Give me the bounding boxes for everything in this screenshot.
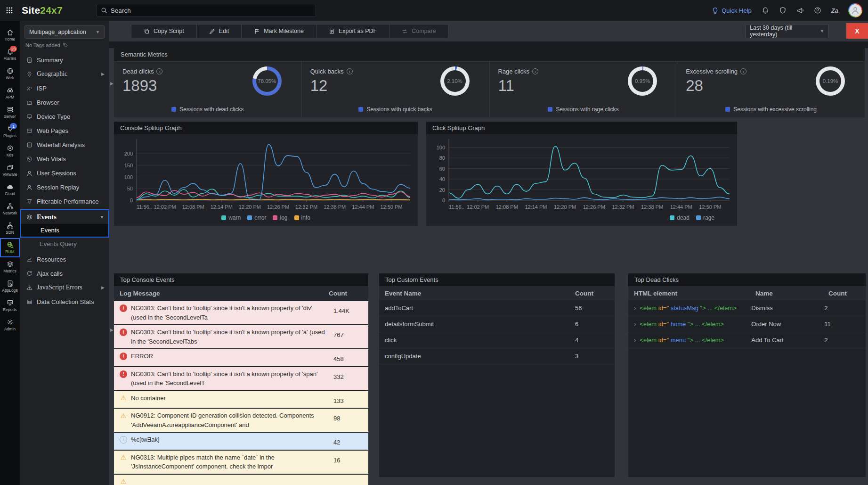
application-selector[interactable]: Multipage_application ▼ xyxy=(24,25,105,39)
user-avatar[interactable] xyxy=(848,3,862,17)
sidebar-item-user-sessions[interactable]: User Sessions xyxy=(20,166,109,180)
date-range-selector[interactable]: Last 30 days (till yesterday) ▼ xyxy=(745,24,829,38)
sidebar-item-web-vitals[interactable]: Web Vitals xyxy=(20,152,109,166)
sidebar-item-web-pages[interactable]: Web Pages xyxy=(20,123,109,138)
rail-item-vmware[interactable]: VMware xyxy=(0,161,20,180)
tags-row[interactable]: No Tags added xyxy=(25,42,109,48)
rail-item-apm[interactable]: APM xyxy=(0,83,20,103)
zoho-apps-icon[interactable]: Za xyxy=(831,7,838,14)
console-event-row[interactable]: NG0303: Can't bind to 'tooltip' since it… xyxy=(114,325,368,348)
expand-chevron-icon[interactable]: › xyxy=(634,304,636,312)
rail-item-server[interactable]: Server xyxy=(0,103,20,122)
console-event-row[interactable]: NG0912: Component ID generation collisio… xyxy=(114,409,368,432)
custom-event-row[interactable]: addToCart 56 xyxy=(379,300,615,316)
info-icon[interactable]: i xyxy=(347,68,353,74)
dead-click-row[interactable]: › <elem id=" menu "> ... </elem> Add To … xyxy=(628,332,866,348)
console-splitup-chart[interactable]: 05010015020011:56..12:02 PM12:08 PM12:14… xyxy=(114,134,418,212)
rail-item-rum[interactable]: RUM xyxy=(0,238,20,257)
info-icon[interactable]: i xyxy=(156,68,162,74)
sidebar-item-events[interactable]: Events xyxy=(21,224,108,237)
rail-item-admin[interactable]: Admin xyxy=(0,315,20,335)
rail-item-network[interactable]: Network xyxy=(0,199,20,219)
rail-item-sdn[interactable]: SDN xyxy=(0,219,20,238)
sidebar-item-filterable-performance[interactable]: Filterable Performance xyxy=(20,194,109,208)
info-icon[interactable]: i xyxy=(532,68,538,74)
panel-expand-handle[interactable]: ▶ xyxy=(110,81,114,86)
info-icon[interactable]: i xyxy=(740,68,746,74)
site24x7-logo[interactable]: Site24x7 xyxy=(22,5,63,16)
sidebar-item-javascript-errors[interactable]: JavaScript Errors▶ xyxy=(20,280,109,295)
console-event-row[interactable] xyxy=(114,475,368,485)
export-as-pdf-button[interactable]: Export as PDF xyxy=(316,25,389,38)
console-event-row[interactable]: NG0313: Multiple pipes match the name `d… xyxy=(114,451,368,474)
top-dead-clicks-panel: Top Dead Clicks HTML element Name Count … xyxy=(628,273,866,477)
donut-percent: 0.19% xyxy=(823,78,838,84)
close-button[interactable]: X xyxy=(846,23,868,39)
quick-help-button[interactable]: Quick Help xyxy=(712,7,752,14)
custom-events-header: Event Name Count xyxy=(379,286,615,300)
sidebar-item-geographic[interactable]: Geographic▶ xyxy=(20,67,109,81)
rail-item-web[interactable]: Web xyxy=(0,64,20,83)
sidebar-item-session-replay[interactable]: Session Replay xyxy=(20,180,109,194)
sidebar-item-resources[interactable]: Resources xyxy=(20,252,109,266)
rail-item-applogs[interactable]: AppLogs xyxy=(0,277,20,296)
sidebar-item-device-type[interactable]: Device Type xyxy=(20,109,109,123)
severity-icon xyxy=(120,370,127,378)
app-grid-icon[interactable] xyxy=(0,7,19,14)
log-count: 16 xyxy=(333,453,364,465)
console-event-row[interactable]: %c[twƎak] 42 xyxy=(114,433,368,450)
sidebar-item-browser[interactable]: Browser xyxy=(20,95,109,109)
copy-script-button[interactable]: Copy Script xyxy=(131,25,197,38)
shield-icon[interactable] xyxy=(779,7,787,14)
notifications-bell-icon[interactable] xyxy=(762,7,769,14)
rail-item-cloud[interactable]: Cloud xyxy=(0,180,20,199)
global-search[interactable] xyxy=(97,4,316,17)
edit-button[interactable]: Edit xyxy=(197,25,242,38)
custom-event-row[interactable]: detailsformSubmit 6 xyxy=(379,316,615,332)
apm-binoculars-icon xyxy=(7,87,14,94)
log-count: 458 xyxy=(333,352,364,364)
custom-event-row[interactable]: click 4 xyxy=(379,332,615,348)
legend-item[interactable]: info xyxy=(294,214,310,221)
legend-item[interactable]: error xyxy=(247,214,266,221)
legend-item[interactable]: warn xyxy=(221,214,241,221)
announcements-megaphone-icon[interactable] xyxy=(796,7,804,14)
mark-milestone-button[interactable]: Mark Milestone xyxy=(242,25,316,38)
sidebar-item-data-collection-stats[interactable]: Data Collection Stats xyxy=(20,295,109,309)
sidebar-item-ajax-calls[interactable]: Ajax calls xyxy=(20,266,109,280)
rail-item-metrics[interactable]: Metrics xyxy=(0,257,20,277)
sidebar-item-waterfall-analysis[interactable]: Waterfall Analysis xyxy=(20,138,109,152)
click-splitup-chart[interactable]: 02040608010011:56..12:02 PM12:08 PM12:14… xyxy=(426,134,737,212)
rail-item-k8s[interactable]: K8s xyxy=(0,141,20,161)
console-event-row[interactable]: ERROR 458 xyxy=(114,349,368,366)
legend-item[interactable]: rage xyxy=(696,214,714,221)
search-input[interactable] xyxy=(111,7,312,14)
console-event-row[interactable]: NG0303: Can't bind to 'tooltip' since it… xyxy=(114,367,368,390)
metric-donut: 78.05% xyxy=(252,66,282,96)
rum-sidebar: Multipage_application ▼ No Tags added Su… xyxy=(20,21,109,485)
expand-chevron-icon[interactable]: › xyxy=(634,337,636,344)
console-event-row[interactable]: NG0303: Can't bind to 'tooltip' since it… xyxy=(114,301,368,324)
expand-chevron-icon[interactable]: › xyxy=(634,321,636,328)
dead-click-row[interactable]: › <elem id=" home "> ... </elem> Order N… xyxy=(628,316,866,332)
rail-item-plugins[interactable]: 1Plugins xyxy=(0,122,20,141)
metric-legend: Sessions with rage clicks xyxy=(490,106,677,113)
metric-donut: 2.10% xyxy=(440,66,470,96)
console-splitup-title: Console Splitup Graph xyxy=(114,122,418,134)
dead-click-row[interactable]: › <elem id=" statusMsg "> ... </elem> Di… xyxy=(628,300,866,316)
panel-expand-handle[interactable]: ▶ xyxy=(110,328,114,332)
compare-button[interactable]: Compare xyxy=(389,25,448,38)
rail-item-reports[interactable]: Reports xyxy=(0,296,20,315)
sidebar-item-isp[interactable]: ISP xyxy=(20,81,109,95)
rail-item-alarms[interactable]: 23Alarms xyxy=(0,45,20,64)
legend-item[interactable]: log xyxy=(273,214,287,221)
console-event-row[interactable]: No container 133 xyxy=(114,391,368,408)
svg-text:200: 200 xyxy=(124,151,133,156)
help-question-icon[interactable] xyxy=(814,7,821,14)
rail-item-home[interactable]: Home xyxy=(0,25,20,45)
sidebar-item-events-group[interactable]: Events ▼ xyxy=(21,210,108,224)
legend-item[interactable]: dead xyxy=(670,214,690,221)
sidebar-item-summary[interactable]: Summary xyxy=(20,53,109,67)
sidebar-item-events-query[interactable]: Events Query xyxy=(20,238,109,250)
custom-event-row[interactable]: configUpdate 3 xyxy=(379,348,615,364)
